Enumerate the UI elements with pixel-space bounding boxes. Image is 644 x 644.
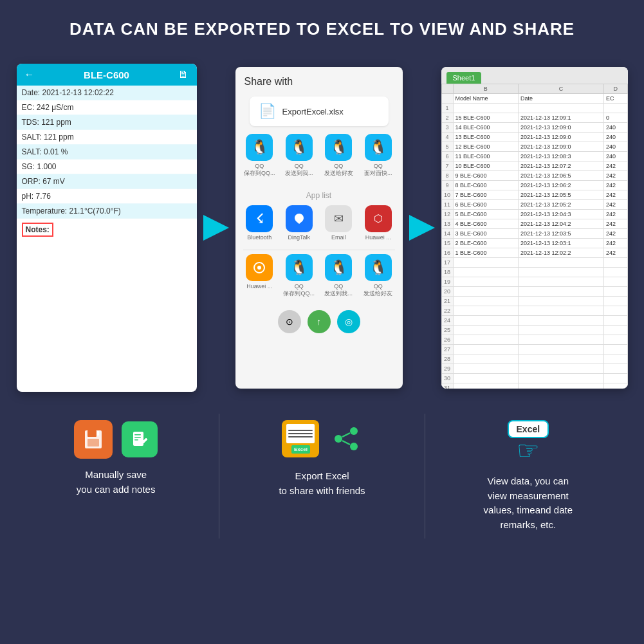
qq-icon-3: 🐧 [325,134,352,161]
excel-empty-row: 26 [441,335,627,345]
file-icon: 📄 [259,103,276,120]
data-row-salt1: SALT: 121 ppm [17,130,197,145]
bottom-col-2: Excel Export Excelto share with friends [219,414,425,538]
huawei-label: Huawei ... [365,234,391,241]
qq-label-2: QQ发送到我... [285,163,313,177]
app-huawei2[interactable]: Huawei ... [243,254,277,297]
excel-empty-row: 29 [441,364,627,374]
data-row-date: Date: 2021-12-13 12:02:22 [17,86,197,100]
app-qq-6[interactable]: 🐧 QQ发送到我... [322,254,356,297]
screens-row: ← BLE-C600 🗎 Date: 2021-12-13 12:02:22 E… [14,57,631,398]
page-title: DATA CAN BE EXPORTED TO EXCEL TO VIEW AN… [69,19,575,39]
excel-row: 107 BLE-C6002021-12-13 12:05:5242 [441,190,627,200]
qq-icon-5: 🐧 [286,254,313,281]
excel-empty-row: 24 [441,316,627,326]
app-huawei[interactable]: ⬡ Huawei ... [362,205,395,241]
data-row-salt2: SALT: 0.01 % [17,145,197,160]
arrow-shape-1 [203,215,229,241]
app-email[interactable]: ✉ Email [322,205,356,241]
bluetooth-label: Bluetooth [247,234,271,241]
excel-row: 134 BLE-C6002021-12-13 12:04:2242 [441,219,627,229]
notes-label: Notes: [22,223,53,237]
excel-empty-row: 31 [441,383,627,389]
excel-sheet-tab[interactable]: Sheet1 [446,72,482,84]
phone-screen-1: ← BLE-C600 🗎 Date: 2021-12-13 12:02:22 E… [17,64,197,392]
excel-empty-row: 30 [441,374,627,383]
excel-row: 215 BLE-C6002021-12-13 12:09:10 [441,113,627,123]
excel-table: B C D Model Name Date EC1215 BLE-C600202… [441,84,628,389]
data-row-ec: EC: 242 μS/cm [17,100,197,115]
email-label: Email [331,234,346,241]
excel-row: 413 BLE-C6002021-12-13 12:09:0240 [441,133,627,142]
app-qq-5[interactable]: 🐧 QQ保存到QQ... [282,254,316,297]
excel-tab-container: Sheet1 [441,67,628,84]
app-list-label: App list [235,191,403,200]
qq-icon-4: 🐧 [365,134,392,161]
excel-empty-row: 17 [441,258,627,268]
huawei2-icon [246,254,273,281]
save-button-icon [74,420,113,459]
data-row-tds: TDS: 121 ppm [17,115,197,130]
excel-row-header [441,94,453,104]
qq-icon-1: 🐧 [246,134,273,161]
excel-row: 512 BLE-C6002021-12-13 12:09:0240 [441,142,627,152]
share-file: 📄 ExportExcel.xlsx [250,97,389,126]
bottom-icons-2: Excel [282,420,362,460]
excel-empty-row: 22 [441,306,627,316]
excel-export-icon: Excel [282,420,322,460]
share-title: Share with [244,76,394,87]
more-icon-2: ↑ [308,310,331,333]
qq-icon-2: 🐧 [286,134,313,161]
svg-rect-4 [87,439,99,446]
qq-label-4: QQ面对面快... [364,163,392,177]
svg-point-10 [350,427,358,435]
excel-empty-row: 27 [441,345,627,354]
device-name: BLE-C600 [84,69,129,80]
svg-rect-3 [87,430,97,437]
arrow-shape-2 [409,215,435,241]
bluetooth-icon: ☇ [246,205,273,232]
save-icon: 🗎 [178,69,189,80]
excel-row: 152 BLE-C6002021-12-13 12:03:1242 [441,239,627,248]
app-qq-2[interactable]: 🐧 QQ发送到我... [282,134,316,177]
data-row-sg: SG: 1.000 [17,160,197,174]
arrow-2 [403,215,441,241]
excel-row: 161 BLE-C6002021-12-13 12:02:2242 [441,248,627,258]
bottom-text-1: Manually saveyou can add notes [77,468,156,497]
excel-row: 143 BLE-C6002021-12-13 12:03:5242 [441,229,627,239]
excel-row: 710 BLE-C6002021-12-13 12:07:2242 [441,161,627,171]
app-qq-4[interactable]: 🐧 QQ面对面快... [362,134,395,177]
huawei-icon: ⬡ [365,205,392,232]
excel-row: 611 BLE-C6002021-12-13 12:08:3240 [441,152,627,161]
app-qq-7[interactable]: 🐧 QQ发送给好友 [362,254,395,297]
share-icon [331,423,362,457]
notes-section: Notes: [17,219,197,241]
svg-rect-8 [134,437,141,438]
qq-label-5: QQ保存到QQ... [283,283,315,297]
svg-rect-7 [134,434,141,436]
excel-row: 314 BLE-C6002021-12-13 12:09:0240 [441,123,627,133]
excel-screen: Sheet1 B C D Model Name Date EC1215 BLE-… [441,67,628,389]
more-icon-1: ⊙ [278,310,301,333]
app-bluetooth[interactable]: ☇ Bluetooth [243,205,277,241]
more-icon-3: ◎ [337,310,360,333]
arrow-1 [197,215,235,241]
svg-point-11 [335,435,342,443]
share-screen: Share with 📄 ExportExcel.xlsx 🐧 QQ保存到QQ.… [235,67,403,389]
excel-row: 116 BLE-C6002021-12-13 12:05:2242 [441,200,627,210]
bottom-icons-1 [74,420,158,459]
edit-icon [122,421,158,457]
dingtalk-icon [286,205,313,232]
excel-empty-row: 21 [441,297,627,306]
excel-row: 1 [441,104,627,113]
app-qq-3[interactable]: 🐧 QQ发送给好友 [322,134,356,177]
qq-label-7: QQ发送给好友 [363,283,392,297]
col-header-num [441,84,453,94]
col-header-d: D [603,84,627,94]
excel-view-icon: Excel ☞ [508,420,549,465]
app-qq-1[interactable]: 🐧 QQ保存到QQ... [243,134,277,177]
main-container: DATA CAN BE EXPORTED TO EXCEL TO VIEW AN… [0,0,644,644]
hand-cursor-icon: ☞ [517,436,540,465]
excel-empty-row: 25 [441,326,627,335]
app-dingtalk[interactable]: DingTalk [282,205,316,241]
